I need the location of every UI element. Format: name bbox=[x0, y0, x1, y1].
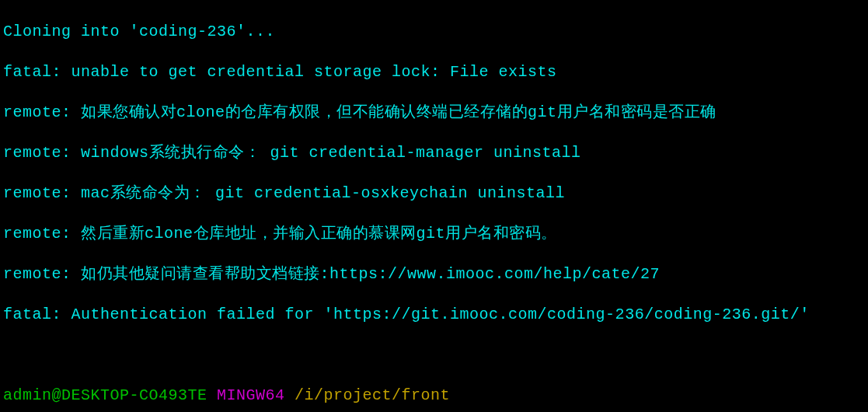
output-remote-reclone: remote: 然后重新clone仓库地址，并输入正确的慕课网git用户名和密码… bbox=[3, 224, 865, 244]
terminal-window[interactable]: Cloning into 'coding-236'... fatal: unab… bbox=[0, 0, 868, 412]
prompt-path: /i/project/front bbox=[295, 386, 450, 404]
output-fatal-lock: fatal: unable to get credential storage … bbox=[3, 62, 865, 82]
prompt-user-host: admin@DESKTOP-CO493TE bbox=[3, 386, 207, 404]
prompt-line: admin@DESKTOP-CO493TE MINGW64 /i/project… bbox=[3, 386, 865, 406]
output-remote-windows: remote: windows系统执行命令： git credential-ma… bbox=[3, 143, 865, 163]
output-remote-help: remote: 如仍其他疑问请查看帮助文档链接:https://www.imoo… bbox=[3, 264, 865, 285]
output-remote-mac: remote: mac系统命令为： git credential-osxkeyc… bbox=[3, 183, 865, 204]
output-cloning: Cloning into 'coding-236'... bbox=[3, 22, 865, 42]
blank-line bbox=[3, 345, 865, 365]
prompt-shell: MINGW64 bbox=[217, 386, 285, 404]
output-fatal-auth: fatal: Authentication failed for 'https:… bbox=[3, 305, 865, 325]
output-remote-msg: remote: 如果您确认对clone的仓库有权限，但不能确认终端已经存储的gi… bbox=[3, 103, 865, 123]
